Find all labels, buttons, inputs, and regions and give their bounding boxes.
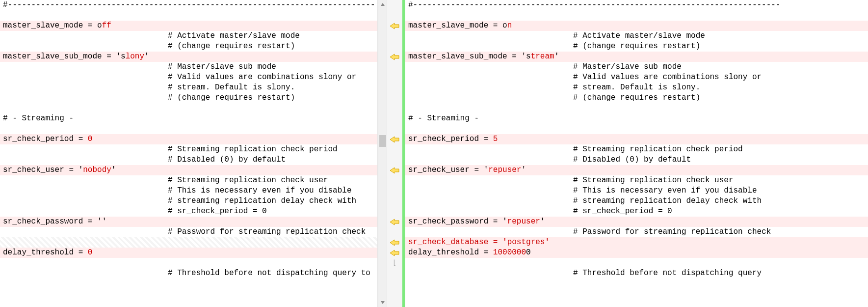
code-line: # (change requires restart) [405,41,868,52]
gutter-slot [387,83,402,93]
code-line: sr_check_period = 5 [405,134,868,144]
left-vertical-scrollbar[interactable] [378,0,387,307]
code-line: sr_check_password = '' [0,217,377,227]
code-line [0,124,377,134]
code-line: # This is necessary even if you disable [405,186,868,196]
code-line [405,258,868,268]
missing-line-placeholder [0,237,377,248]
gutter-slot [387,124,402,134]
code-line [0,258,377,268]
gutter-slot [387,72,402,83]
copy-left-arrow-icon[interactable] [387,217,402,227]
scroll-down-icon[interactable] [378,298,387,307]
code-line [405,10,868,21]
code-line: master_slave_sub_mode = 'stream' [405,52,868,62]
code-line: # - Streaming - [0,113,377,124]
gutter-slot [387,155,402,165]
code-line: # Master/slave sub mode [405,62,868,72]
gutter-slot [387,196,402,206]
code-line [0,10,377,21]
line-connector-icon: ⌊ [387,258,402,268]
scrollbar-thumb[interactable] [379,135,386,147]
gutter-slot [387,41,402,52]
code-line: #---------------------------------------… [0,0,377,10]
code-line: #---------------------------------------… [405,0,868,10]
gutter-slot [387,268,402,279]
code-line: # Disabled (0) by default [405,155,868,165]
code-line: # (change requires restart) [405,93,868,103]
code-line: master_slave_mode = on [405,21,868,31]
code-line [0,103,377,113]
copy-left-arrow-icon[interactable] [387,237,402,248]
copy-left-arrow-icon[interactable] [387,248,402,258]
gutter-slot [387,10,402,21]
code-line: # Threshold before not dispatching query [405,268,868,279]
left-pane[interactable]: #---------------------------------------… [0,0,378,307]
code-line: master_slave_sub_mode = 'slony' [0,52,377,62]
right-text[interactable]: #---------------------------------------… [405,0,868,279]
code-line: # - Streaming - [405,113,868,124]
code-line: sr_check_user = 'repuser' [405,165,868,175]
code-line: # This is necessary even if you disable [0,186,377,196]
copy-left-arrow-icon[interactable] [387,165,402,175]
code-line: master_slave_mode = off [0,21,377,31]
code-line: # sr_check_period = 0 [0,206,377,217]
gutter-slot [387,93,402,103]
copy-left-arrow-icon[interactable] [387,134,402,144]
code-line: # Streaming replication check period [0,144,377,155]
copy-left-arrow-icon[interactable] [387,21,402,31]
gutter-slot [387,103,402,113]
code-line-added: sr_check_database = 'postgres' [405,237,868,248]
gutter-slot [387,206,402,217]
code-line: # stream. Default is slony. [0,83,377,93]
scroll-up-icon[interactable] [378,0,387,9]
code-line: # (change requires restart) [0,93,377,103]
code-line: # sr_check_period = 0 [405,206,868,217]
code-line: sr_check_period = 0 [0,134,377,144]
gutter-slot [387,62,402,72]
code-line: # streaming replication delay check with [0,196,377,206]
code-line: # Activate master/slave mode [0,31,377,41]
code-line [405,103,868,113]
gutter-slot [387,186,402,196]
code-line: # Disabled (0) by default [0,155,377,165]
left-text[interactable]: #---------------------------------------… [0,0,377,279]
code-line: # Valid values are combinations slony or [0,72,377,83]
copy-left-arrow-icon[interactable] [387,52,402,62]
code-line [405,124,868,134]
code-line: sr_check_user = 'nobody' [0,165,377,175]
gutter-slot [387,113,402,124]
code-line: delay_threshold = 10000000 [405,248,868,258]
code-line: # Streaming replication check user [0,175,377,186]
gutter-slot [387,175,402,186]
gutter-slot [387,144,402,155]
right-pane[interactable]: #---------------------------------------… [405,0,868,307]
code-line: sr_check_password = 'repuser' [405,217,868,227]
gutter-slot [387,227,402,237]
code-line: # Threshold before not dispatching query… [0,268,377,279]
code-line: # Password for streaming replication che… [0,227,377,237]
code-line: # Master/slave sub mode [0,62,377,72]
code-line: # streaming replication delay check with [405,196,868,206]
code-line: # stream. Default is slony. [405,83,868,93]
code-line: delay_threshold = 0 [0,248,377,258]
code-line: # Streaming replication check user [405,175,868,186]
gutter-slot [387,31,402,41]
gutter-slot [387,0,402,10]
code-line: # Valid values are combinations slony or [405,72,868,83]
diff-viewer: #---------------------------------------… [0,0,868,307]
code-line: # Streaming replication check period [405,144,868,155]
code-line: # Activate master/slave mode [405,31,868,41]
code-line: # (change requires restart) [0,41,377,52]
diff-gutter: ⌊ [387,0,402,307]
code-line: # Password for streaming replication che… [405,227,868,237]
